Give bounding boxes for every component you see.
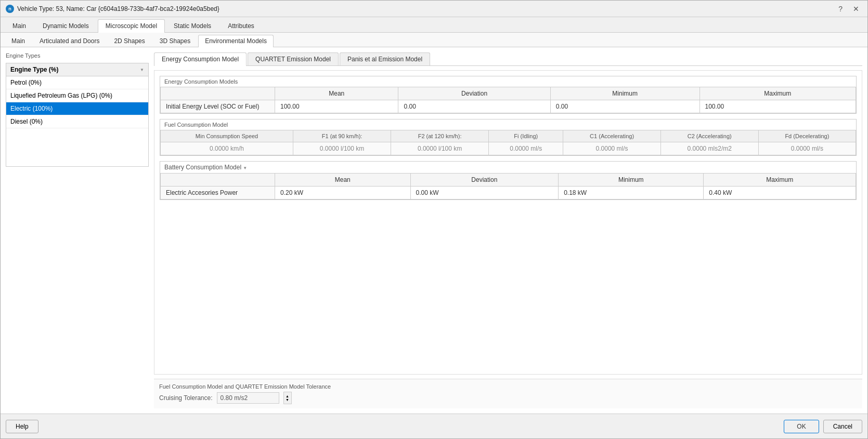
bottom-right-buttons: OK Cancel <box>784 420 862 433</box>
energy-row-label: Initial Energy Level (SOC or Fuel) <box>161 100 275 113</box>
fuel-col-c2: C2 (Accelerating) <box>660 130 758 142</box>
engine-row-petrol[interactable]: Petrol (0%) <box>6 76 148 89</box>
battery-col-label <box>161 174 275 187</box>
ok-button[interactable]: OK <box>784 420 819 433</box>
energy-consumption-section: Energy Consumption Models Mean Deviation… <box>160 76 857 114</box>
tolerance-spinner[interactable]: ▲ ▼ <box>283 392 292 404</box>
fuel-row-f2: 0.0000 l/100 km <box>391 142 489 155</box>
sub-tab-articulated[interactable]: Articulated and Doors <box>33 35 106 47</box>
engine-row-diesel[interactable]: Diesel (0%) <box>6 115 148 128</box>
main-window: n Vehicle Type: 53, Name: Car {c604a198-… <box>0 0 868 439</box>
battery-consumption-section: Battery Consumption Model ▼ Mean Deviati… <box>160 161 857 200</box>
tolerance-row: Cruising Tolerance: ▲ ▼ <box>159 392 857 404</box>
fuel-col-f1: F1 (at 90 km/h): <box>293 130 391 142</box>
engine-table: Engine Type (%) ▼ Petrol (0%) Liquefied … <box>6 63 149 167</box>
fuel-section-title: Fuel Consumption Model <box>160 119 856 130</box>
fuel-row-fi: 0.0000 ml/s <box>489 142 563 155</box>
battery-row-minimum: 0.18 kW <box>559 187 704 199</box>
bottom-bar: Help OK Cancel <box>1 414 867 438</box>
sub-tab-3d-shapes[interactable]: 3D Shapes <box>153 35 197 47</box>
energy-col-maximum: Maximum <box>699 87 856 100</box>
engine-row-electric[interactable]: Electric (100%) <box>6 102 148 115</box>
title-bar-left: n Vehicle Type: 53, Name: Car {c604a198-… <box>6 5 219 13</box>
window-title: Vehicle Type: 53, Name: Car {c604a198-73… <box>17 5 219 12</box>
battery-row-mean: 0.20 kW <box>275 187 411 199</box>
battery-col-maximum: Maximum <box>704 174 856 187</box>
left-panel: Engine Types Engine Type (%) ▼ Petrol (0… <box>6 52 149 408</box>
model-tab-panis[interactable]: Panis et al Emission Model <box>340 52 430 65</box>
content-area: Main Articulated and Doors 2D Shapes 3D … <box>1 33 867 414</box>
table-row: Electric Accesories Power 0.20 kW 0.00 k… <box>161 187 856 199</box>
battery-col-mean: Mean <box>275 174 411 187</box>
sub-tab-2d-shapes[interactable]: 2D Shapes <box>107 35 151 47</box>
tab-main[interactable]: Main <box>5 19 34 32</box>
fuel-col-f2: F2 (at 120 km/h): <box>391 130 489 142</box>
right-panel: Energy Consumption Model QUARTET Emissio… <box>154 52 862 408</box>
energy-row-deviation: 0.00 <box>398 100 550 113</box>
battery-col-minimum: Minimum <box>559 174 704 187</box>
fuel-consumption-section: Fuel Consumption Model Min Consumption S… <box>160 119 857 156</box>
battery-section-title: Battery Consumption Model ▼ <box>160 162 856 173</box>
energy-section-title: Energy Consumption Models <box>160 76 856 87</box>
energy-col-label <box>161 87 275 100</box>
energy-row-mean: 100.00 <box>275 100 398 113</box>
battery-col-deviation: Deviation <box>410 174 559 187</box>
battery-row-deviation: 0.00 kW <box>410 187 559 199</box>
tab-dynamic-models[interactable]: Dynamic Models <box>35 19 97 32</box>
tolerance-label: Cruising Tolerance: <box>159 394 213 402</box>
table-row: 0.0000 km/h 0.0000 l/100 km 0.0000 l/100… <box>161 142 856 155</box>
title-bar: n Vehicle Type: 53, Name: Car {c604a198-… <box>1 1 867 17</box>
battery-row-maximum: 0.40 kW <box>704 187 856 199</box>
fuel-col-fi: Fi (Idling) <box>489 130 563 142</box>
tab-static-models[interactable]: Static Models <box>166 19 219 32</box>
energy-col-minimum: Minimum <box>550 87 699 100</box>
battery-dropdown-arrow: ▼ <box>243 166 247 170</box>
help-button[interactable]: Help <box>6 420 38 433</box>
table-row: Initial Energy Level (SOC or Fuel) 100.0… <box>161 100 856 113</box>
battery-table: Mean Deviation Minimum Maximum Electric … <box>160 173 856 199</box>
fuel-row-fd: 0.0000 ml/s <box>758 142 856 155</box>
engine-row-lpg[interactable]: Liquefied Petroleum Gas (LPG) (0%) <box>6 89 148 102</box>
tab-attributes[interactable]: Attributes <box>220 19 262 32</box>
energy-col-deviation: Deviation <box>398 87 550 100</box>
sub-tab-main[interactable]: Main <box>5 35 32 47</box>
battery-row-label: Electric Accesories Power <box>161 187 275 199</box>
sub-tab-environmental[interactable]: Environmental Models <box>198 35 274 47</box>
model-tab-quartet[interactable]: QUARTET Emission Model <box>248 52 339 65</box>
fuel-row-c2: 0.0000 mls2/m2 <box>660 142 758 155</box>
title-bar-right: ? ✕ <box>835 4 862 14</box>
model-tabs: Energy Consumption Model QUARTET Emissio… <box>154 52 862 66</box>
help-icon-button[interactable]: ? <box>835 4 846 14</box>
tolerance-input[interactable] <box>217 392 279 404</box>
fuel-col-min-speed: Min Consumption Speed <box>161 130 293 142</box>
close-button[interactable]: ✕ <box>850 4 862 14</box>
tab-microscopic-model[interactable]: Microscopic Model <box>98 19 165 33</box>
engine-table-header: Engine Type (%) ▼ <box>6 63 148 76</box>
energy-table: Mean Deviation Minimum Maximum Initial E… <box>160 87 856 113</box>
fuel-row-f1: 0.0000 l/100 km <box>293 142 391 155</box>
models-content: Energy Consumption Models Mean Deviation… <box>154 70 862 375</box>
fuel-col-fd: Fd (Decelerating) <box>758 130 856 142</box>
fuel-table: Min Consumption Speed F1 (at 90 km/h): F… <box>160 130 856 155</box>
energy-row-minimum: 0.00 <box>550 100 699 113</box>
fuel-row-c1: 0.0000 ml/s <box>563 142 660 155</box>
tolerance-title: Fuel Consumption Model and QUARTET Emiss… <box>159 383 857 390</box>
sort-arrow: ▼ <box>140 68 144 72</box>
app-icon: n <box>6 5 14 13</box>
tolerance-section: Fuel Consumption Model and QUARTET Emiss… <box>154 379 862 408</box>
sub-tabs: Main Articulated and Doors 2D Shapes 3D … <box>1 33 867 47</box>
engine-section-label: Engine Types <box>6 52 149 59</box>
model-tab-energy[interactable]: Energy Consumption Model <box>154 52 247 66</box>
energy-col-mean: Mean <box>275 87 398 100</box>
energy-row-maximum: 100.00 <box>699 100 856 113</box>
cancel-button[interactable]: Cancel <box>823 420 862 433</box>
fuel-row-min-speed: 0.0000 km/h <box>161 142 293 155</box>
panel: Engine Types Engine Type (%) ▼ Petrol (0… <box>1 47 867 414</box>
fuel-col-c1: C1 (Accelerating) <box>563 130 660 142</box>
main-tabs: Main Dynamic Models Microscopic Model St… <box>1 17 867 33</box>
